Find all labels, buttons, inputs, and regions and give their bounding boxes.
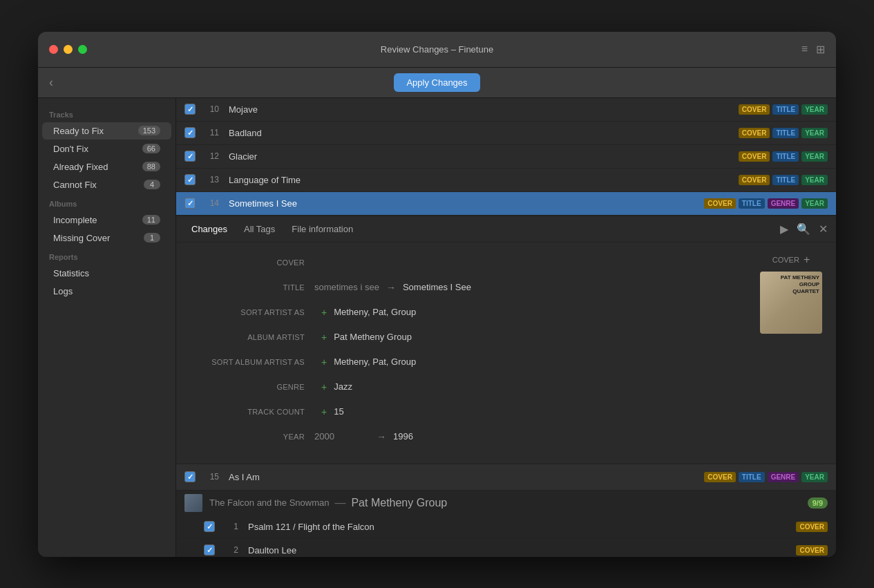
track-checkbox[interactable] — [204, 544, 215, 556]
album-thumbnail — [184, 494, 202, 512]
track-checkbox[interactable] — [184, 471, 196, 482]
title-badge: TITLE — [772, 104, 799, 115]
sidebar-section-tracks: Tracks — [38, 105, 175, 122]
sidebar-section-albums: Albums — [38, 194, 175, 211]
detail-row-year: YEAR 2000 → 1996 — [190, 428, 746, 446]
titlebar-actions: ≡ ⊞ — [801, 43, 825, 56]
traffic-lights — [49, 45, 87, 54]
table-row-selected[interactable]: 14 Sometimes I See COVER TITLE GENRE YEA… — [176, 192, 836, 216]
cover-badge: COVER — [739, 151, 770, 162]
cover-badge: COVER — [704, 472, 736, 482]
tag-badges: COVER — [796, 522, 828, 532]
cover-badge: COVER — [739, 175, 770, 185]
cover-badge: COVER — [796, 545, 828, 556]
year-badge: YEAR — [801, 175, 828, 185]
track-checkbox[interactable] — [184, 174, 196, 185]
table-row[interactable]: 2 Daulton Lee COVER — [176, 539, 836, 557]
search-icon[interactable]: 🔍 — [797, 222, 810, 236]
tab-all-tags[interactable]: All Tags — [237, 221, 282, 237]
track-checkbox[interactable] — [184, 127, 196, 138]
sidebar-item-cannot-fix[interactable]: Cannot Fix 4 — [42, 176, 171, 193]
year-badge: YEAR — [801, 104, 828, 115]
table-row[interactable]: 10 Mojave COVER TITLE YEAR — [176, 98, 836, 122]
sidebar-item-missing-cover[interactable]: Missing Cover 1 — [42, 229, 171, 247]
close-icon[interactable]: ✕ — [819, 222, 828, 236]
album-art-text: PAT METHENYGROUPQUARTET — [781, 274, 819, 296]
year-badge: YEAR — [801, 128, 828, 138]
main-layout: Tracks Ready to Fix 153 Don't Fix 66 Alr… — [38, 98, 836, 557]
window-title: Review Changes – Finetune — [381, 44, 493, 55]
title-badge: TITLE — [739, 472, 765, 482]
title-badge: TITLE — [772, 175, 799, 185]
tag-badges: COVER TITLE YEAR — [739, 128, 828, 138]
sidebar: Tracks Ready to Fix 153 Don't Fix 66 Alr… — [38, 98, 176, 557]
titlebar: Review Changes – Finetune ≡ ⊞ — [38, 32, 836, 68]
toolbar: ‹ Apply Changes — [38, 68, 836, 98]
close-button[interactable] — [49, 45, 58, 54]
track-checkbox[interactable] — [204, 521, 215, 532]
tag-badges: COVER TITLE YEAR — [739, 151, 828, 162]
table-row[interactable]: 1 Psalm 121 / Flight of the Falcon COVER — [176, 515, 836, 539]
sidebar-item-statistics[interactable]: Statistics — [42, 265, 171, 282]
cover-badge: COVER — [704, 198, 736, 209]
track-checkbox[interactable] — [184, 151, 196, 162]
detail-row-album-artist: ALBUM ARTIST + Pat Metheny Group — [190, 328, 746, 346]
detail-row-genre: GENRE + Jazz — [190, 378, 746, 396]
year-badge: YEAR — [801, 472, 828, 482]
cover-section: COVER + PAT METHENYGROUPQUARTET — [760, 254, 822, 453]
year-badge: YEAR — [801, 151, 828, 162]
detail-tab-actions: ▶ 🔍 ✕ — [780, 222, 828, 236]
maximize-button[interactable] — [78, 45, 87, 54]
title-badge: TITLE — [739, 198, 765, 209]
genre-badge: GENRE — [768, 472, 799, 482]
play-icon[interactable]: ▶ — [780, 222, 788, 236]
album-art: PAT METHENYGROUPQUARTET — [760, 272, 822, 334]
back-button[interactable]: ‹ — [49, 75, 53, 90]
sidebar-item-logs[interactable]: Logs — [42, 283, 171, 300]
sidebar-item-already-fixed[interactable]: Already Fixed 88 — [42, 158, 171, 176]
tag-badges: COVER — [796, 545, 828, 556]
table-row[interactable]: 13 Language of Time COVER TITLE YEAR — [176, 169, 836, 192]
sidebar-item-incomplete[interactable]: Incomplete 11 — [42, 211, 171, 229]
tab-changes[interactable]: Changes — [184, 221, 234, 237]
tag-badges: COVER TITLE GENRE YEAR — [704, 198, 828, 209]
table-row[interactable]: 15 As I Am COVER TITLE GENRE YEAR — [176, 464, 836, 491]
minimize-button[interactable] — [64, 45, 73, 54]
detail-tabs: Changes All Tags File information ▶ 🔍 ✕ — [176, 216, 836, 243]
detail-row-sort-album-artist: SORT ALBUM ARTIST AS + Metheny, Pat, Gro… — [190, 353, 746, 371]
content-area: 10 Mojave COVER TITLE YEAR 11 Badland CO… — [176, 98, 836, 557]
detail-row-cover: COVER — [190, 254, 746, 272]
sidebar-item-ready-to-fix[interactable]: Ready to Fix 153 — [42, 122, 171, 140]
year-badge: YEAR — [801, 198, 828, 209]
cover-badge: COVER — [739, 104, 770, 115]
detail-row-track-count: TRACK COUNT + 15 — [190, 403, 746, 421]
detail-fields: COVER TITLE sometimes i see → Sometimes … — [190, 254, 746, 453]
album-thumbnail-image — [184, 494, 202, 512]
detail-panel: Changes All Tags File information ▶ 🔍 ✕ … — [176, 216, 836, 464]
sidebar-section-reports: Reports — [38, 247, 175, 264]
tag-badges: COVER TITLE YEAR — [739, 104, 828, 115]
detail-row-title: TITLE sometimes i see → Sometimes I See — [190, 278, 746, 296]
tag-badges: COVER TITLE YEAR — [739, 175, 828, 185]
cover-badge: COVER — [796, 522, 828, 532]
cover-add-button[interactable]: + — [804, 254, 810, 266]
genre-badge: GENRE — [768, 198, 799, 209]
sidebar-item-dont-fix[interactable]: Don't Fix 66 — [42, 140, 171, 158]
detail-row-sort-artist: SORT ARTIST AS + Metheny, Pat, Group — [190, 303, 746, 321]
app-window: Review Changes – Finetune ≡ ⊞ ‹ Apply Ch… — [38, 32, 836, 557]
title-badge: TITLE — [772, 151, 799, 162]
table-row[interactable]: 12 Glacier COVER TITLE YEAR — [176, 145, 836, 169]
apply-changes-button[interactable]: Apply Changes — [394, 73, 479, 92]
track-checkbox[interactable] — [184, 198, 196, 209]
cover-label-row: COVER + — [772, 254, 810, 266]
grid-view-icon[interactable]: ⊞ — [816, 43, 825, 56]
detail-content: COVER TITLE sometimes i see → Sometimes … — [176, 243, 836, 464]
track-checkbox[interactable] — [184, 104, 196, 115]
tab-file-information[interactable]: File information — [285, 221, 360, 237]
tag-badges: COVER TITLE GENRE YEAR — [704, 472, 828, 482]
album-info-row: The Falcon and the Snowman — Pat Metheny… — [176, 491, 836, 515]
cover-badge: COVER — [739, 128, 770, 138]
table-row[interactable]: 11 Badland COVER TITLE YEAR — [176, 122, 836, 145]
list-view-icon[interactable]: ≡ — [801, 43, 808, 56]
title-badge: TITLE — [772, 128, 799, 138]
